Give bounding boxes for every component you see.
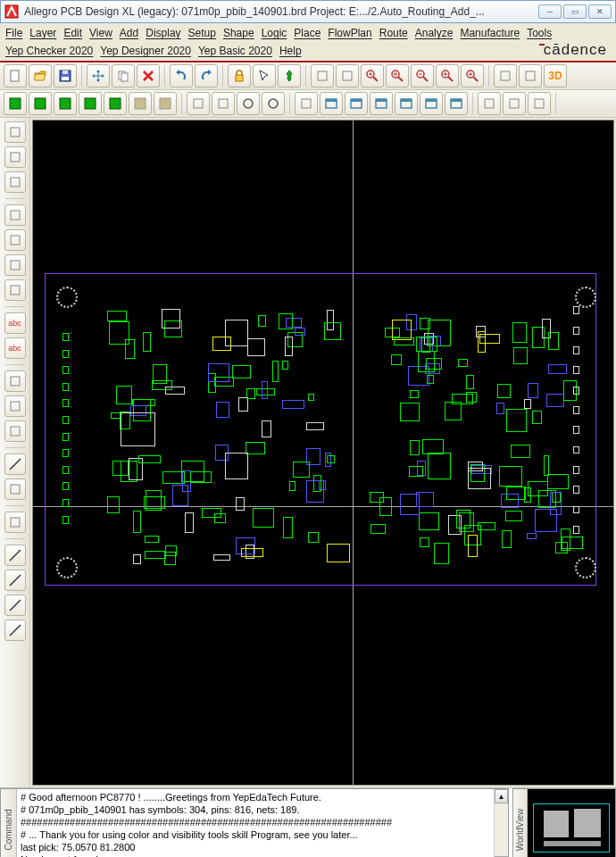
component[interactable]: [573, 306, 580, 314]
component[interactable]: [547, 474, 569, 489]
component[interactable]: [527, 533, 537, 540]
component[interactable]: [505, 511, 522, 521]
command-tab[interactable]: Command: [1, 789, 17, 857]
component[interactable]: [262, 420, 271, 437]
component[interactable]: [420, 537, 429, 547]
circle1-button[interactable]: [237, 92, 260, 115]
ratsnest-button[interactable]: [4, 171, 26, 193]
menu-logic[interactable]: Logic: [262, 27, 287, 39]
component[interactable]: [458, 359, 468, 367]
dim-v-button[interactable]: [528, 92, 551, 115]
component[interactable]: [512, 322, 527, 342]
panel1-button[interactable]: [320, 92, 343, 115]
panel4-button[interactable]: [395, 92, 418, 115]
component[interactable]: [216, 402, 229, 418]
menu-layer[interactable]: Layer: [29, 27, 56, 39]
component[interactable]: [370, 524, 385, 534]
console-scrollbar[interactable]: ▲ ▼: [494, 789, 508, 857]
component[interactable]: [62, 482, 70, 490]
component[interactable]: [213, 554, 229, 562]
component[interactable]: [544, 455, 550, 475]
component[interactable]: [308, 394, 314, 401]
panel2-button[interactable]: [345, 92, 368, 115]
flag1-button[interactable]: [187, 92, 210, 115]
thermal-button[interactable]: [4, 420, 26, 442]
component[interactable]: [499, 466, 521, 487]
component[interactable]: [394, 337, 415, 346]
component[interactable]: [112, 461, 129, 475]
scroll-up-button[interactable]: ▲: [495, 789, 508, 803]
component[interactable]: [573, 426, 580, 434]
zoom-fit-button[interactable]: [386, 64, 409, 87]
pin-button[interactable]: [278, 64, 301, 87]
pin1-button[interactable]: [4, 545, 26, 566]
menu-help[interactable]: Help: [279, 45, 302, 57]
component[interactable]: [452, 394, 473, 404]
component[interactable]: [62, 449, 70, 457]
component[interactable]: [476, 326, 486, 337]
component[interactable]: [532, 411, 542, 424]
component[interactable]: [313, 475, 321, 492]
menu-shape[interactable]: Shape: [223, 27, 254, 39]
component[interactable]: [152, 380, 172, 390]
component[interactable]: [109, 321, 130, 344]
open-button[interactable]: [29, 64, 52, 87]
component[interactable]: [107, 311, 127, 321]
component[interactable]: [428, 453, 451, 479]
component[interactable]: [308, 532, 319, 543]
component[interactable]: [146, 490, 162, 511]
sel-button[interactable]: [295, 92, 318, 115]
component[interactable]: [253, 508, 274, 528]
component[interactable]: [185, 512, 194, 532]
component[interactable]: [295, 328, 305, 337]
abc-button[interactable]: abc: [4, 312, 26, 334]
component[interactable]: [324, 322, 341, 340]
component[interactable]: [466, 375, 474, 389]
menu-view[interactable]: View: [89, 27, 112, 39]
zoom-win-button[interactable]: [436, 64, 459, 87]
component[interactable]: [62, 516, 70, 524]
design-canvas[interactable]: [32, 120, 614, 786]
component[interactable]: [121, 412, 155, 445]
component[interactable]: [202, 508, 221, 518]
component[interactable]: [573, 366, 580, 374]
menu-manufacture[interactable]: Manufacture: [460, 27, 520, 39]
component[interactable]: [419, 512, 439, 530]
maximize-button[interactable]: ▭: [563, 4, 587, 19]
grp-e-button[interactable]: [104, 92, 127, 115]
component[interactable]: [573, 486, 580, 494]
component[interactable]: [107, 496, 119, 513]
component[interactable]: [62, 333, 70, 341]
component[interactable]: [272, 361, 279, 382]
component[interactable]: [246, 442, 265, 454]
component[interactable]: [138, 455, 161, 464]
component[interactable]: [528, 383, 538, 398]
component[interactable]: [62, 466, 70, 474]
component[interactable]: [236, 497, 245, 511]
component[interactable]: [306, 422, 324, 430]
component[interactable]: [428, 320, 451, 346]
move-button[interactable]: [87, 64, 110, 87]
component[interactable]: [208, 363, 229, 382]
component[interactable]: [410, 440, 420, 455]
component[interactable]: [258, 315, 265, 326]
component[interactable]: [410, 390, 419, 398]
component[interactable]: [573, 346, 580, 354]
component[interactable]: [573, 446, 580, 454]
grp-d-button[interactable]: [79, 92, 102, 115]
component[interactable]: [143, 332, 151, 353]
component[interactable]: [468, 468, 490, 489]
cursor-button[interactable]: [253, 64, 276, 87]
component[interactable]: [409, 466, 424, 477]
component[interactable]: [145, 551, 166, 559]
component[interactable]: [246, 388, 255, 398]
menu-file[interactable]: File: [5, 27, 22, 39]
pin2-button[interactable]: [4, 570, 26, 591]
component[interactable]: [456, 510, 470, 528]
red-sel-button[interactable]: [336, 64, 359, 87]
component[interactable]: [327, 455, 335, 464]
component[interactable]: [497, 384, 511, 399]
menu-route[interactable]: Route: [379, 27, 408, 39]
component[interactable]: [283, 517, 294, 538]
route-button[interactable]: [4, 254, 26, 276]
